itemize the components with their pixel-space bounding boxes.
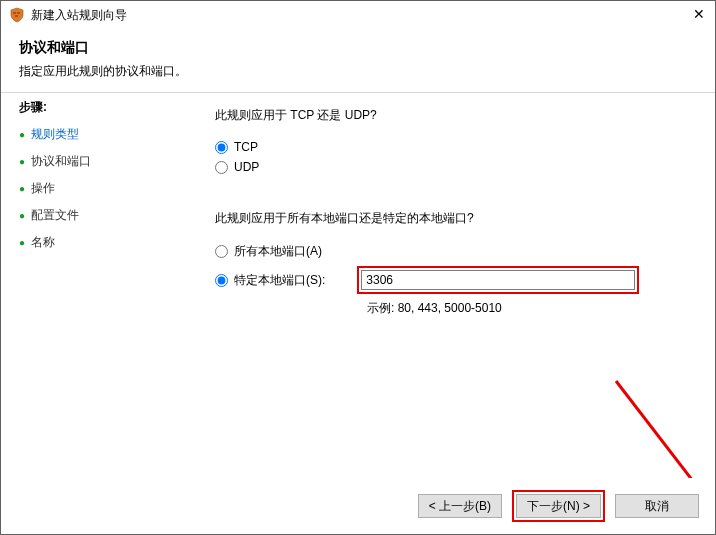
main-panel: 此规则应用于 TCP 还是 UDP? TCP UDP 此规则应用于所有本地端口还… (191, 93, 715, 486)
bullet-icon: ● (19, 156, 25, 167)
radio-tcp-input[interactable] (215, 141, 228, 154)
step-protocol-port[interactable]: ● 协议和端口 (19, 153, 179, 170)
radio-all-ports-input[interactable] (215, 245, 228, 258)
steps-sidebar: 步骤: ● 规则类型 ● 协议和端口 ● 操作 ● 配置文件 ● 名称 (1, 93, 191, 486)
step-name[interactable]: ● 名称 (19, 234, 179, 251)
port-input-highlight (357, 266, 639, 294)
radio-udp-input[interactable] (215, 161, 228, 174)
radio-specific-ports-input[interactable] (215, 274, 228, 287)
bullet-icon: ● (19, 129, 25, 140)
close-button[interactable]: ✕ (689, 5, 709, 25)
radio-all-ports-label: 所有本地端口(A) (234, 243, 322, 260)
protocol-question: 此规则应用于 TCP 还是 UDP? (215, 107, 691, 124)
bullet-icon: ● (19, 210, 25, 221)
window-title: 新建入站规则向导 (31, 7, 127, 24)
steps-heading: 步骤: (19, 99, 179, 116)
bullet-icon: ● (19, 237, 25, 248)
radio-tcp-label: TCP (234, 140, 258, 154)
port-example: 示例: 80, 443, 5000-5010 (367, 300, 691, 317)
port-question: 此规则应用于所有本地端口还是特定的本地端口? (215, 210, 691, 227)
step-label: 操作 (31, 180, 55, 197)
next-button[interactable]: 下一步(N) > (516, 494, 601, 518)
title-bar: 新建入站规则向导 ✕ (1, 1, 715, 29)
radio-specific-ports-label: 特定本地端口(S): (234, 272, 325, 289)
page-title: 协议和端口 (19, 39, 697, 57)
wizard-buttons: < 上一步(B) 下一步(N) > 取消 (1, 478, 715, 534)
radio-all-ports[interactable]: 所有本地端口(A) (215, 243, 691, 260)
port-input[interactable] (361, 270, 635, 290)
cancel-button[interactable]: 取消 (615, 494, 699, 518)
step-label: 协议和端口 (31, 153, 91, 170)
svg-rect-2 (15, 15, 18, 17)
radio-specific-ports[interactable]: 特定本地端口(S): (215, 272, 325, 289)
radio-udp-label: UDP (234, 160, 259, 174)
page-description: 指定应用此规则的协议和端口。 (19, 63, 697, 80)
next-button-highlight: 下一步(N) > (512, 490, 605, 522)
svg-rect-1 (17, 12, 20, 14)
step-action[interactable]: ● 操作 (19, 180, 179, 197)
step-label: 规则类型 (31, 126, 79, 143)
step-profile[interactable]: ● 配置文件 (19, 207, 179, 224)
radio-tcp[interactable]: TCP (215, 140, 691, 154)
step-label: 配置文件 (31, 207, 79, 224)
radio-udp[interactable]: UDP (215, 160, 691, 174)
bullet-icon: ● (19, 183, 25, 194)
firewall-icon (9, 7, 25, 23)
wizard-header: 协议和端口 指定应用此规则的协议和端口。 (1, 29, 715, 88)
step-rule-type[interactable]: ● 规则类型 (19, 126, 179, 143)
back-button[interactable]: < 上一步(B) (418, 494, 502, 518)
svg-rect-0 (13, 12, 16, 14)
step-label: 名称 (31, 234, 55, 251)
